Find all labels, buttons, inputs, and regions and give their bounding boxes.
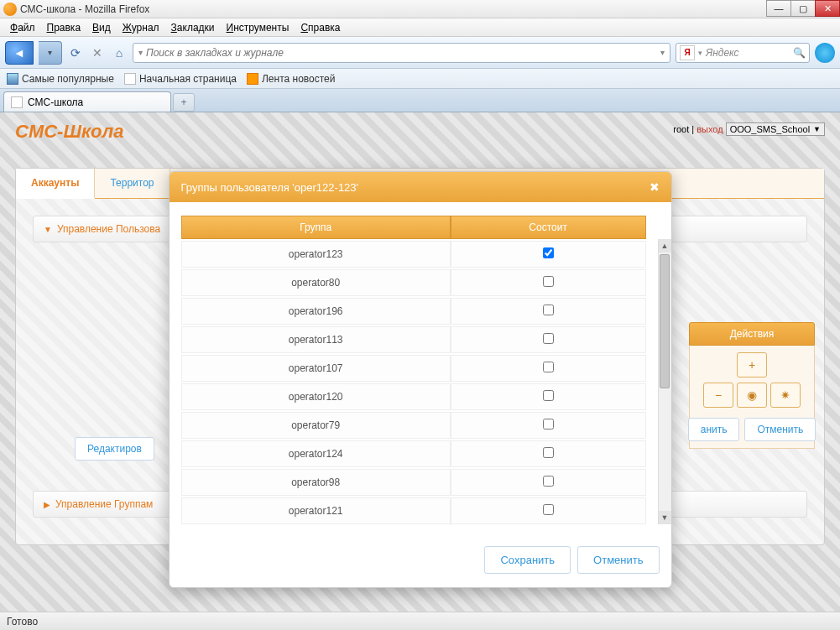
dropdown-icon[interactable]: ▾ [660,48,665,57]
member-checkbox[interactable] [543,247,554,258]
address-input[interactable] [146,47,657,59]
modal-overlay: Группы пользователя 'oper122-123' ✖ Груп… [0,112,840,612]
minimize-button[interactable]: — [766,0,791,17]
status-bar: Готово [0,612,840,630]
bookmark-popular[interactable]: Самые популярные [7,73,114,85]
group-member-cell [451,326,646,353]
bookmark-news[interactable]: Лента новостей [247,73,336,85]
modal-close-button[interactable]: ✖ [650,180,660,194]
home-button[interactable]: ⌂ [111,44,128,61]
search-engine-label: Яндекс [706,47,790,59]
window-titlebar: СМС-школа - Mozilla Firefox — ▢ ✕ [0,0,840,18]
search-dropdown-icon[interactable]: ▾ [698,49,702,57]
menu-history[interactable]: Журнал [117,20,164,35]
group-member-cell [451,497,646,524]
menu-file[interactable]: Файл [5,20,40,35]
nav-toolbar: ◄ ▾ ⟳ ✕ ⌂ ▾ ▾ Я ▾ Яндекс 🔍 [0,37,840,69]
tab-label: СМС-школа [28,96,83,108]
new-tab-button[interactable]: + [173,93,195,112]
group-row: operator80 [181,269,646,296]
menu-bar: Файл Правка Вид Журнал Закладки Инструме… [0,18,840,37]
group-name-cell: operator120 [181,383,451,410]
member-checkbox[interactable] [543,390,554,401]
group-member-cell [451,298,646,325]
browser-tab[interactable]: СМС-школа [3,91,171,112]
back-button[interactable]: ◄ [5,41,34,65]
group-row: operator196 [181,298,646,325]
window-close-button[interactable]: ✕ [815,0,840,17]
forward-button[interactable]: ▾ [39,41,62,65]
menu-tools[interactable]: Инструменты [222,20,295,35]
address-bar[interactable]: ▾ ▾ [133,43,670,63]
member-checkbox[interactable] [543,276,554,287]
group-member-cell [451,355,646,382]
group-row: operator123 [181,241,646,268]
group-name-cell: operator80 [181,269,451,296]
bookmarks-bar: Самые популярные Начальная страница Лент… [0,69,840,89]
group-row: operator121 [181,497,646,524]
group-name-cell: operator123 [181,241,451,268]
maximize-button[interactable]: ▢ [790,0,816,17]
member-checkbox[interactable] [543,504,554,515]
user-groups-modal: Группы пользователя 'oper122-123' ✖ Груп… [169,171,672,588]
group-member-cell [451,440,646,467]
scroll-down-icon[interactable]: ▼ [659,511,671,524]
group-name-cell: operator79 [181,412,451,439]
bookmark-icon [7,73,18,85]
group-row: operator113 [181,326,646,353]
modal-cancel-button[interactable]: Отменить [577,546,659,574]
group-name-cell: operator98 [181,469,451,496]
modal-save-button[interactable]: Сохранить [484,546,571,574]
group-row: operator124 [181,440,646,467]
search-go-icon[interactable]: 🔍 [793,47,806,59]
bookmark-start[interactable]: Начальная страница [124,73,237,85]
firefox-icon [3,3,17,16]
member-checkbox[interactable] [543,362,554,372]
group-row: operator120 [181,383,646,410]
member-checkbox[interactable] [543,476,554,487]
menu-view[interactable]: Вид [87,20,116,35]
skype-icon[interactable] [815,43,835,63]
group-name-cell: operator124 [181,440,451,467]
group-row: operator107 [181,355,646,382]
column-group: Группа [181,216,451,239]
scrollbar[interactable]: ▲ ▼ [658,239,671,524]
group-name-cell: operator196 [181,298,451,325]
group-name-cell: operator107 [181,355,451,382]
menu-help[interactable]: Справка [295,20,345,35]
member-checkbox[interactable] [543,333,554,344]
member-checkbox[interactable] [543,419,554,430]
search-box[interactable]: Я ▾ Яндекс 🔍 [676,43,810,63]
rss-icon [247,73,258,85]
member-checkbox[interactable] [543,447,554,458]
stop-button[interactable]: ✕ [89,44,106,61]
tab-strip: СМС-школа + [0,89,840,112]
group-name-cell: operator113 [181,326,451,353]
bookmark-dropdown-icon[interactable]: ▾ [138,48,143,57]
group-name-cell: operator121 [181,497,451,524]
group-member-cell [451,241,646,268]
reload-button[interactable]: ⟳ [67,44,84,61]
page-icon [124,73,136,85]
column-member: Состоит [451,216,646,239]
modal-title: Группы пользователя 'oper122-123' [181,181,359,194]
group-member-cell [451,269,646,296]
menu-bookmarks[interactable]: Закладки [166,20,220,35]
page-icon [11,96,23,108]
group-row: operator79 [181,412,646,439]
menu-edit[interactable]: Правка [42,20,86,35]
yandex-icon: Я [680,45,695,60]
group-member-cell [451,412,646,439]
group-member-cell [451,469,646,496]
status-text: Готово [7,616,38,627]
group-member-cell [451,383,646,410]
page-viewport: СМС-Школа root | выход OOO_SMS_School▼ А… [0,112,840,612]
window-title: СМС-школа - Mozilla Firefox [20,3,149,15]
member-checkbox[interactable] [543,305,554,315]
scroll-thumb[interactable] [660,254,670,388]
scroll-up-icon[interactable]: ▲ [659,239,671,253]
group-row: operator98 [181,469,646,496]
